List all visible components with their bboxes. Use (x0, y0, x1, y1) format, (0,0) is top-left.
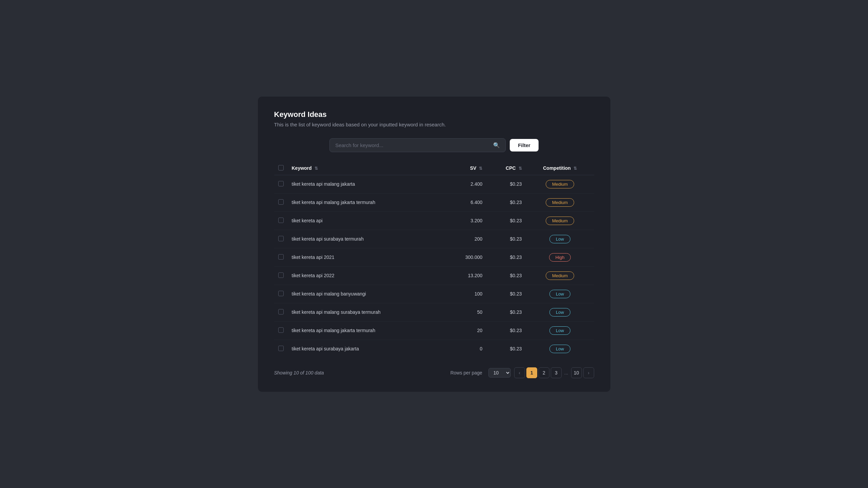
row-checkbox-9[interactable] (278, 346, 284, 351)
page-title: Keyword Ideas (274, 110, 594, 119)
cell-cpc: $0.23 (486, 175, 526, 193)
competition-badge-low: Low (549, 345, 570, 353)
sort-competition-icon[interactable]: ⇅ (573, 166, 577, 171)
cell-sv: 6.400 (445, 193, 486, 211)
table-row: tiket kereta api malang surabaya termura… (274, 303, 594, 321)
cell-competition: Medium (526, 193, 594, 211)
col-sv: SV ⇅ (445, 162, 486, 175)
table-row: tiket kereta api malang banyuwangi100$0.… (274, 285, 594, 303)
cell-competition: Low (526, 303, 594, 321)
cell-sv: 0 (445, 340, 486, 358)
table-row: tiket kereta api malang jakarta termurah… (274, 321, 594, 340)
col-keyword: Keyword ⇅ (288, 162, 446, 175)
cell-sv: 2.400 (445, 175, 486, 193)
page-3-button[interactable]: 3 (551, 367, 562, 378)
keyword-table: Keyword ⇅ SV ⇅ CPC ⇅ Competition ⇅ tiket… (274, 162, 594, 358)
row-checkbox-0[interactable] (278, 181, 284, 186)
cell-competition: Medium (526, 266, 594, 285)
pagination-area: Rows per page 10 25 50 100 ‹ 1 2 3 ... 1… (450, 367, 594, 378)
cell-competition: High (526, 248, 594, 266)
competition-badge-low: Low (549, 235, 570, 243)
row-checkbox-1[interactable] (278, 199, 284, 205)
cell-sv: 3.200 (445, 211, 486, 230)
table-row: tiket kereta api surabaya termurah200$0.… (274, 230, 594, 248)
page-10-button[interactable]: 10 (571, 367, 582, 378)
cell-competition: Low (526, 321, 594, 340)
cell-keyword: tiket kereta api malang jakarta (288, 175, 446, 193)
search-icon: 🔍 (493, 142, 500, 148)
prev-page-button[interactable]: ‹ (514, 367, 525, 378)
page-2-button[interactable]: 2 (539, 367, 549, 378)
sort-keyword-icon[interactable]: ⇅ (315, 166, 318, 171)
row-checkbox-2[interactable] (278, 218, 284, 223)
cell-cpc: $0.23 (486, 211, 526, 230)
cell-keyword: tiket kereta api surabaya termurah (288, 230, 446, 248)
cell-competition: Low (526, 230, 594, 248)
select-all-checkbox[interactable] (278, 165, 284, 170)
row-checkbox-8[interactable] (278, 327, 284, 333)
table-row: tiket kereta api 2021300.000$0.23High (274, 248, 594, 266)
cell-keyword: tiket kereta api malang surabaya termura… (288, 303, 446, 321)
cell-keyword: tiket kereta api malang jakarta termurah (288, 193, 446, 211)
header-checkbox-cell (274, 162, 288, 175)
row-checkbox-3[interactable] (278, 236, 284, 241)
keyword-ideas-card: Keyword Ideas This is the list of keywor… (258, 97, 610, 392)
page-dots: ... (563, 370, 570, 375)
col-competition: Competition ⇅ (526, 162, 594, 175)
cell-competition: Low (526, 285, 594, 303)
cell-keyword: tiket kereta api 2021 (288, 248, 446, 266)
cell-sv: 200 (445, 230, 486, 248)
cell-cpc: $0.23 (486, 248, 526, 266)
rows-per-page-select[interactable]: 10 25 50 100 (488, 368, 511, 378)
cell-cpc: $0.23 (486, 303, 526, 321)
next-page-button[interactable]: › (583, 367, 594, 378)
table-row: tiket kereta api surabaya jakarta0$0.23L… (274, 340, 594, 358)
cell-competition: Medium (526, 175, 594, 193)
filter-button[interactable]: Filter (510, 139, 539, 151)
page-subtitle: This is the list of keyword ideas based … (274, 122, 594, 127)
competition-badge-low: Low (549, 326, 570, 335)
cell-keyword: tiket kereta api malang jakarta termurah (288, 321, 446, 340)
toolbar: 🔍 Filter (274, 138, 594, 152)
table-footer: Showing 10 of 100 data Rows per page 10 … (274, 367, 594, 378)
table-body: tiket kereta api malang jakarta2.400$0.2… (274, 175, 594, 358)
cell-keyword: tiket kereta api (288, 211, 446, 230)
table-header: Keyword ⇅ SV ⇅ CPC ⇅ Competition ⇅ (274, 162, 594, 175)
sort-cpc-icon[interactable]: ⇅ (519, 166, 522, 171)
competition-badge-medium: Medium (546, 217, 574, 225)
competition-badge-low: Low (549, 290, 570, 298)
cell-keyword: tiket kereta api 2022 (288, 266, 446, 285)
search-input[interactable] (335, 142, 490, 148)
rows-per-page-label: Rows per page (450, 370, 482, 375)
page-1-button[interactable]: 1 (526, 367, 537, 378)
table-row: tiket kereta api malang jakarta termurah… (274, 193, 594, 211)
cell-sv: 20 (445, 321, 486, 340)
cell-cpc: $0.23 (486, 266, 526, 285)
cell-cpc: $0.23 (486, 193, 526, 211)
col-cpc: CPC ⇅ (486, 162, 526, 175)
search-box: 🔍 (329, 138, 506, 152)
row-checkbox-6[interactable] (278, 291, 284, 296)
cell-cpc: $0.23 (486, 321, 526, 340)
cell-competition: Medium (526, 211, 594, 230)
cell-keyword: tiket kereta api surabaya jakarta (288, 340, 446, 358)
table-row: tiket kereta api malang jakarta2.400$0.2… (274, 175, 594, 193)
cell-keyword: tiket kereta api malang banyuwangi (288, 285, 446, 303)
row-checkbox-7[interactable] (278, 309, 284, 314)
showing-text: Showing 10 of 100 data (274, 370, 324, 375)
row-checkbox-4[interactable] (278, 254, 284, 260)
cell-sv: 50 (445, 303, 486, 321)
competition-badge-high: High (549, 253, 571, 262)
competition-badge-medium: Medium (546, 180, 574, 188)
pagination: ‹ 1 2 3 ... 10 › (514, 367, 594, 378)
cell-sv: 13.200 (445, 266, 486, 285)
cell-cpc: $0.23 (486, 285, 526, 303)
sort-sv-icon[interactable]: ⇅ (479, 166, 482, 171)
competition-badge-medium: Medium (546, 271, 574, 280)
row-checkbox-5[interactable] (278, 272, 284, 278)
cell-cpc: $0.23 (486, 230, 526, 248)
cell-sv: 100 (445, 285, 486, 303)
table-row: tiket kereta api 202213.200$0.23Medium (274, 266, 594, 285)
competition-badge-low: Low (549, 308, 570, 317)
competition-badge-medium: Medium (546, 198, 574, 207)
